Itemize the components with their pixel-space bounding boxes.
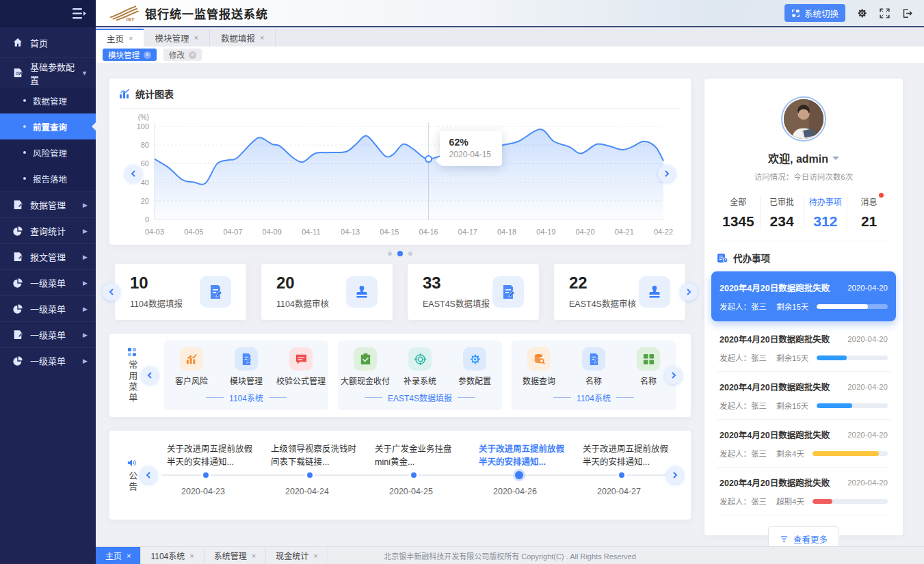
close-icon[interactable] bbox=[189, 552, 194, 560]
tab-module-mgmt[interactable]: 模块管理 bbox=[144, 29, 209, 46]
sidebar-item-pre-query[interactable]: 前置查询 bbox=[0, 113, 96, 139]
breadcrumb-chip-bar: 模块管理 修改 bbox=[96, 46, 924, 63]
menu-item-customer-risk[interactable]: 客户风险 bbox=[166, 347, 217, 386]
bottom-tab-1104[interactable]: 1104系统 bbox=[141, 547, 204, 564]
todo-sponsor: 发起人：张三 bbox=[720, 496, 767, 507]
close-icon[interactable] bbox=[194, 33, 198, 42]
notice-next-button[interactable] bbox=[666, 466, 684, 484]
collapse-menu-icon[interactable] bbox=[72, 8, 86, 19]
logout-icon[interactable] bbox=[901, 8, 913, 19]
sidebar-item-level1-menu-2[interactable]: 一级菜单 ▶ bbox=[0, 295, 96, 321]
menu-item-cash-payment[interactable]: 大额现金收付 bbox=[339, 347, 391, 386]
line-chart[interactable]: 020406080100(%)04-0304-0504-0704-0904-11… bbox=[119, 109, 681, 240]
sidebar-item-level1-menu-4[interactable]: 一级菜单 ▶ bbox=[0, 347, 96, 373]
stat-card-east4s-fill[interactable]: 33 EAST4S数据填报 bbox=[408, 264, 539, 320]
gear-icon[interactable] bbox=[856, 8, 868, 19]
stat-card-1104-fill[interactable]: 10 1104数据填报 bbox=[115, 264, 246, 320]
stat-value: 22 bbox=[569, 274, 636, 292]
stats-prev-button[interactable] bbox=[103, 283, 120, 301]
sidebar-item-label: 数据管理 bbox=[30, 198, 66, 211]
bottom-tab-home[interactable]: 主页 bbox=[96, 547, 141, 564]
announcement-item[interactable]: 上级领导视察反洗钱时间表下载链接... 2020-04-24 bbox=[265, 431, 369, 520]
sidebar-item-data-mgmt[interactable]: 数据管理 bbox=[0, 88, 96, 113]
timeline-dot bbox=[203, 472, 209, 478]
announcement-item[interactable]: 关于广发金业务挂盘mini黄金... 2020-04-25 bbox=[369, 431, 473, 520]
todo-title: 2020年4月20日数据跑批失败 bbox=[720, 281, 830, 294]
todo-item-active[interactable]: 2020年4月20日数据跑批失败 2020-04-20 发起人：张三 剩余15天 bbox=[711, 271, 896, 321]
todo-item[interactable]: 2020年4月20日数据跑批失败 2020-04-20 发起人：张三 超期4天 bbox=[717, 468, 890, 515]
sidebar-item-data-manage[interactable]: 数据管理 ▶ bbox=[0, 191, 96, 217]
bottom-tab-cash-stats[interactable]: 现金统计 bbox=[266, 547, 328, 564]
dot-3[interactable] bbox=[408, 252, 412, 256]
menu-item-formula-mgmt[interactable]: 校验公式管理 bbox=[275, 347, 327, 386]
chip-module-mgmt[interactable]: 模块管理 bbox=[103, 49, 157, 61]
svg-text:04-07: 04-07 bbox=[223, 228, 242, 236]
todo-title: 2020年4月20日数据跑批失败 bbox=[720, 428, 830, 441]
svg-text:04-16: 04-16 bbox=[419, 228, 438, 236]
menu-item-data-query[interactable]: 数据查询 bbox=[513, 347, 565, 386]
system-switch-button[interactable]: 系统切换 bbox=[784, 4, 845, 22]
bullet-icon bbox=[23, 99, 26, 102]
sidebar-group-label: 基础参数配置 bbox=[30, 60, 81, 86]
main-content: 统计图表 020406080100(%)04-0304-0504-0704-09… bbox=[96, 63, 924, 543]
stat-card-1104-review[interactable]: 20 1104数据审核 bbox=[261, 264, 393, 320]
svg-text:0: 0 bbox=[145, 215, 149, 224]
announcement-item[interactable]: 关于改进周五提前放假半天的安排通知... 2020-04-23 bbox=[161, 431, 265, 520]
menu-item-module-mgmt[interactable]: 模块管理 bbox=[220, 347, 272, 386]
menu-item-supplement-system[interactable]: 补录系统 bbox=[394, 347, 446, 386]
sidebar-top bbox=[0, 0, 96, 27]
close-icon[interactable] bbox=[189, 51, 196, 59]
avatar[interactable] bbox=[781, 96, 826, 142]
close-icon[interactable] bbox=[129, 34, 133, 42]
todo-section-header: 代办事项 bbox=[717, 251, 890, 265]
stat-messages[interactable]: 消息 21 bbox=[847, 196, 890, 230]
svg-text:04-09: 04-09 bbox=[263, 228, 282, 236]
bullet-icon bbox=[23, 125, 26, 128]
sidebar-item-level1-menu-1[interactable]: 一级菜单 ▶ bbox=[0, 269, 96, 295]
stats-next-button[interactable] bbox=[680, 283, 698, 301]
todo-date: 2020-04-20 bbox=[847, 383, 888, 391]
sidebar-item-message-mgmt[interactable]: 报文管理 ▶ bbox=[0, 243, 96, 269]
sidebar-item-risk-mgmt[interactable]: 风险管理 bbox=[0, 139, 96, 165]
sidebar-item-report-landing[interactable]: 报告落地 bbox=[0, 165, 96, 191]
bottom-tab-system-mgmt[interactable]: 系统管理 bbox=[204, 547, 266, 564]
sidebar-group-base-params[interactable]: 基础参数配置 ▼ bbox=[0, 57, 96, 88]
announcement-date: 2020-04-23 bbox=[161, 487, 245, 496]
todo-header-text: 代办事项 bbox=[733, 251, 770, 265]
chart-prev-button[interactable] bbox=[124, 165, 142, 183]
tab-data-fill[interactable]: 数据填报 bbox=[210, 29, 276, 46]
menu-item-param-config[interactable]: 参数配置 bbox=[449, 347, 501, 386]
svg-text:04-05: 04-05 bbox=[184, 228, 203, 236]
close-icon[interactable] bbox=[127, 552, 131, 560]
todo-item[interactable]: 2020年4月20日数据跑批失败 2020-04-20 发起人：张三 剩余15天 bbox=[717, 324, 890, 372]
sidebar-item-home[interactable]: 首页 bbox=[0, 27, 96, 57]
close-icon[interactable] bbox=[260, 33, 264, 42]
quick-menu-label-text: 常用菜单 bbox=[127, 360, 137, 404]
fullscreen-icon[interactable] bbox=[879, 8, 890, 19]
close-icon[interactable] bbox=[252, 552, 256, 560]
chip-modify[interactable]: 修改 bbox=[163, 49, 202, 61]
stat-card-east4s-review[interactable]: 22 EAST4S数据审核 bbox=[554, 264, 685, 320]
welcome-row[interactable]: 欢迎, admin bbox=[717, 150, 890, 166]
sidebar-item-query-stats[interactable]: 查询统计 ▶ bbox=[0, 217, 96, 243]
close-icon[interactable] bbox=[313, 552, 317, 560]
tab-home[interactable]: 主页 bbox=[96, 29, 144, 46]
menu-item-label: 名称 bbox=[585, 375, 602, 386]
todo-item[interactable]: 2020年4月20日数据跑批失败 2020-04-20 发起人：张三 剩余4天 bbox=[717, 420, 890, 468]
header-actions: 系统切换 bbox=[784, 4, 924, 22]
quick-menu-next-button[interactable] bbox=[665, 366, 683, 384]
notice-prev-button[interactable] bbox=[140, 466, 157, 484]
announcement-item-active[interactable]: 关于改进周五提前放假半天的安排通知... 2020-04-26 bbox=[473, 431, 577, 520]
todo-item[interactable]: 2020年4月20日数据跑批失败 2020-04-20 发起人：张三 剩余15天 bbox=[717, 372, 890, 420]
dot-1[interactable] bbox=[388, 252, 392, 256]
stat-todo[interactable]: 待办事项 312 bbox=[804, 196, 847, 230]
chart-next-button[interactable] bbox=[658, 165, 676, 183]
menu-item-name-1[interactable]: 名称 bbox=[568, 347, 620, 386]
close-icon[interactable] bbox=[144, 51, 151, 59]
stat-all[interactable]: 全部 1345 bbox=[717, 196, 760, 230]
sidebar: 首页 基础参数配置 ▼ 数据管理 前置查询 风险管理 报告落地 数据管理 ▶ 查… bbox=[0, 0, 96, 564]
stat-approved[interactable]: 已审批 234 bbox=[760, 196, 804, 230]
sidebar-item-level1-menu-3[interactable]: 一级菜单 ▶ bbox=[0, 321, 96, 347]
quick-menu-prev-button[interactable] bbox=[141, 366, 159, 384]
dot-2-active[interactable] bbox=[397, 251, 403, 256]
